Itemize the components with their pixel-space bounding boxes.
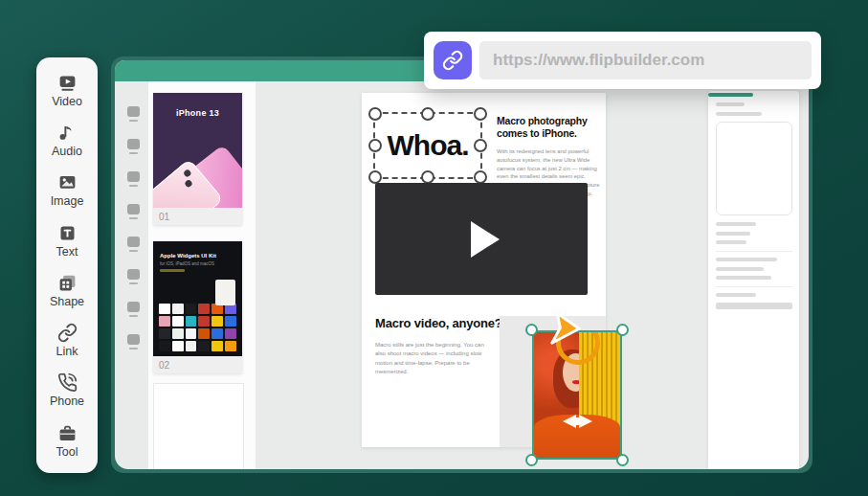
widget-tile-grid [159,304,236,351]
toolbar-item-label: Audio [52,146,82,158]
resize-handle[interactable] [616,454,629,466]
thumbnail-1-number: 01 [153,212,169,222]
video-icon [57,73,78,93]
next-page-preview[interactable] [708,91,799,469]
toolbar-item-audio[interactable]: Audio [52,123,82,158]
toolbar-item-label: Link [56,346,78,358]
resize-handle[interactable] [525,324,538,336]
shape-icon [57,273,78,293]
thumbnail-1-title: iPhone 13 [153,108,242,118]
chain-link-icon [442,50,463,71]
page-strip [119,81,148,469]
thumbnail-1-image: iPhone 13 [153,93,242,208]
toolbar-item-label: Image [51,195,84,208]
page-strip-item[interactable] [127,204,140,219]
toolbar-item-video[interactable]: Video [52,73,82,108]
page-strip-item[interactable] [127,269,140,284]
element-toolbar: VideoAudioImageTextShapeLinkPhoneTool [36,57,98,473]
whoa-text: Whoa. [388,129,469,162]
toolbar-item-label: Phone [50,395,84,408]
play-icon [471,221,500,258]
link-button[interactable] [434,41,472,79]
image-icon [57,172,78,192]
resize-handle[interactable] [616,324,629,336]
toolbar-item-label: Video [52,96,82,108]
page-strip-item[interactable] [127,237,140,252]
thumbnail-2-title: Apple Widgets UI Kit [160,253,216,259]
page-strip-item[interactable] [127,334,140,349]
thumbnail-column: iPhone 13 01 Apple Widgets UI Kit for iO… [148,81,256,469]
selected-image[interactable] [532,330,622,460]
macro-photo-heading: Macro photography comes to iPhone. [497,115,600,140]
page-thumbnail-2[interactable]: Apple Widgets UI Kit for iOS, iPadOS and… [153,241,242,373]
thumbnail-2-image: Apple Widgets UI Kit for iOS, iPadOS and… [153,241,242,356]
phone-icon [57,372,78,393]
page-strip-item[interactable] [127,139,140,154]
portrait-image [534,332,620,458]
page-strip-item[interactable] [127,171,140,187]
macro-video-heading: Macro video, anyone? [375,316,502,330]
editor-canvas: iPhone 13 01 Apple Widgets UI Kit for iO… [115,60,809,469]
tool-icon [57,423,78,443]
toolbar-item-label: Text [56,246,78,259]
widget-map-card [215,280,235,305]
video-player[interactable] [375,183,588,295]
toolbar-item-text[interactable]: Text [56,223,78,259]
cursor-arrow-icon [547,311,584,348]
toolbar-item-label: Shape [50,296,84,308]
selected-text-block[interactable]: Whoa. [373,112,482,179]
page-thumbnail-3[interactable] [153,383,244,469]
toolbar-item-link[interactable]: Link [56,323,78,358]
toolbar-item-label: Tool [56,446,78,459]
link-url-card [424,32,821,89]
skeleton-image-box [716,122,792,215]
toolbar-item-shape[interactable]: Shape [50,273,84,308]
toolbar-item-image[interactable]: Image [51,172,84,208]
page-strip-item[interactable] [127,106,140,122]
toolbar-item-tool[interactable]: Tool [56,423,78,459]
thumbnail-2-number: 02 [153,360,169,371]
text-icon [57,223,78,243]
thumbnail-2-subtitle: for iOS, iPadOS and macOS [160,261,214,266]
link-icon [57,323,78,343]
page-thumbnail-1[interactable]: iPhone 13 01 [153,93,242,225]
audio-icon [56,123,77,143]
page-strip-item[interactable] [127,302,140,317]
macro-video-body: Macro stills are just the beginning. You… [375,341,492,376]
page-accent-bar [708,93,753,97]
url-input[interactable] [479,41,812,79]
toolbar-item-phone[interactable]: Phone [50,372,84,408]
resize-handle[interactable] [525,454,538,466]
